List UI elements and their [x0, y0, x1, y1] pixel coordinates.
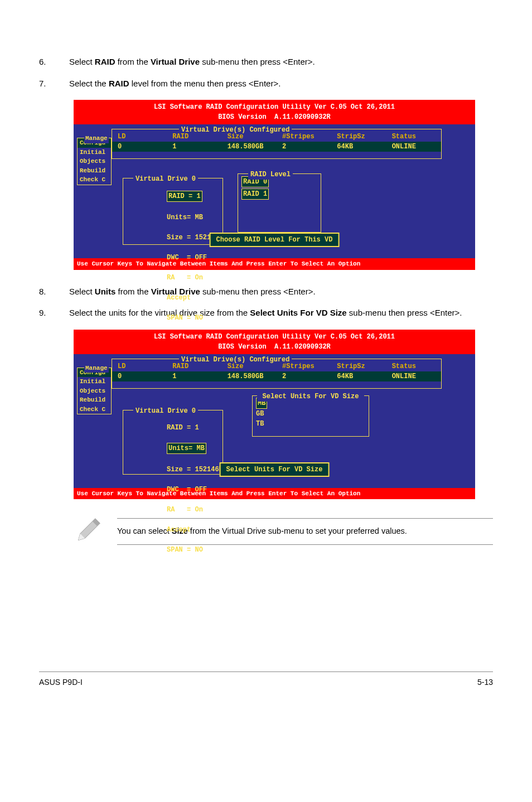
- col-stripes: #Stripes: [277, 361, 331, 371]
- step-number: 8.: [39, 286, 69, 298]
- cell-stripsz: 64KB: [331, 142, 386, 152]
- vdrive-raid-field[interactable]: RAID = 1: [167, 191, 202, 202]
- units-title: Select Units For VD Size: [257, 392, 364, 402]
- menu-item-objects[interactable]: Objects: [78, 386, 111, 396]
- vdrive-dwc-field[interactable]: DWC = OFF: [167, 486, 207, 494]
- step-number: 9.: [39, 307, 69, 320]
- vdrive-units-field[interactable]: Units= MB: [167, 443, 206, 454]
- bios-message: Select Units For VD Size: [220, 462, 330, 477]
- unit-gb-option[interactable]: GB: [256, 410, 264, 418]
- bios-side-menu[interactable]: Manage Configu Initial Objects Rebuild C…: [77, 138, 112, 185]
- cell-size: 148.580GB: [222, 142, 277, 152]
- table-headers: LD RAID Size #Stripes StripSz Status: [112, 132, 441, 142]
- col-size: Size: [222, 132, 277, 142]
- units-popup[interactable]: Select Units For VD Size MB GB TB: [252, 395, 369, 437]
- virtual-drive-panel[interactable]: Virtual Drive 0 RAID = 1 Units= MB Size …: [123, 178, 223, 245]
- table-row[interactable]: 0 1 148.580GB 2 64KB ONLINE: [112, 371, 441, 381]
- vdrive-size-field[interactable]: Size = 152146MB: [167, 466, 227, 474]
- virtual-drive-title: Virtual Drive 0: [133, 174, 198, 184]
- step-6: 6. Select RAID from the Virtual Drive su…: [39, 56, 493, 69]
- raid-level-popup[interactable]: RAID Level RAID 0 RAID 1: [238, 173, 321, 233]
- vdrive-ra-field[interactable]: RA = On: [167, 274, 203, 282]
- col-ld: LD: [112, 132, 167, 142]
- virtual-drive-panel[interactable]: Virtual Drive 0 RAID = 1 Units= MB Size …: [123, 410, 223, 475]
- cell-status: ONLINE: [386, 142, 441, 152]
- instruction-list-2: 8. Select Units from the Virtual Drive s…: [39, 286, 493, 320]
- menu-item-rebuild[interactable]: Rebuild: [78, 166, 111, 176]
- vdrive-raid-field[interactable]: RAID = 1: [167, 424, 199, 432]
- raid-level-title: RAID Level: [248, 170, 293, 180]
- col-raid: RAID: [167, 132, 221, 142]
- cell-status: ONLINE: [386, 371, 441, 381]
- cell-ld: 0: [112, 371, 167, 381]
- cell-stripes: 2: [277, 371, 331, 381]
- vdrive-accept-field[interactable]: Accept: [167, 526, 191, 534]
- col-raid: RAID: [167, 361, 221, 371]
- table-row[interactable]: 0 1 148.580GB 2 64KB ONLINE: [112, 142, 441, 152]
- virtual-drives-configured-box: Virtual Drive(s) Configured LD RAID Size…: [112, 129, 442, 159]
- step-number: 7.: [39, 78, 69, 90]
- vdrive-span-field[interactable]: SPAN = NO: [167, 546, 203, 554]
- page-footer: ASUS P9D-I 5-13: [39, 671, 493, 688]
- col-stripes: #Stripes: [277, 132, 331, 142]
- instruction-list: 6. Select RAID from the Virtual Drive su…: [39, 56, 493, 90]
- cell-raid: 1: [167, 371, 221, 381]
- cell-raid: 1: [167, 142, 221, 152]
- cell-size: 148.580GB: [222, 371, 277, 381]
- virtual-drives-configured-box: Virtual Drive(s) Configured LD RAID Size…: [112, 359, 442, 389]
- bios-screenshot-2: LSI Software RAID Configuration Utility …: [74, 330, 493, 500]
- step-8: 8. Select Units from the Virtual Drive s…: [39, 286, 493, 298]
- footer-right: 5-13: [477, 677, 493, 688]
- table-headers: LD RAID Size #Stripes StripSz Status: [112, 361, 441, 371]
- menu-item-check[interactable]: Check C: [78, 405, 111, 414]
- col-stripsz: StripSz: [331, 132, 386, 142]
- virtual-drive-title: Virtual Drive 0: [133, 406, 198, 416]
- side-menu-label: Manage: [84, 134, 109, 143]
- vdrive-dwc-field[interactable]: DWC = OFF: [167, 254, 207, 262]
- cell-stripsz: 64KB: [331, 371, 386, 381]
- vdrive-accept-field[interactable]: Accept: [167, 294, 191, 302]
- menu-item-rebuild[interactable]: Rebuild: [78, 395, 111, 405]
- col-size: Size: [222, 361, 277, 371]
- vdrive-span-field[interactable]: SPAN = NO: [167, 314, 203, 322]
- cell-ld: 0: [112, 142, 167, 152]
- step-9: 9. Select the units for the virtual driv…: [39, 307, 493, 320]
- side-menu-label: Manage: [84, 364, 109, 373]
- pencil-icon: [74, 515, 104, 549]
- footer-left: ASUS P9D-I: [39, 677, 83, 688]
- step-text: Select RAID from the Virtual Drive sub-m…: [69, 56, 493, 69]
- raid-1-option[interactable]: RAID 1: [241, 189, 269, 200]
- col-status: Status: [386, 361, 441, 371]
- menu-item-objects[interactable]: Objects: [78, 157, 111, 166]
- vdrive-ra-field[interactable]: RA = On: [167, 506, 203, 514]
- menu-item-check[interactable]: Check C: [78, 175, 111, 185]
- bios-message: Choose RAID Level For This VD: [210, 233, 340, 247]
- bios-header: LSI Software RAID Configuration Utility …: [74, 100, 475, 124]
- menu-item-initial[interactable]: Initial: [78, 148, 111, 157]
- col-ld: LD: [112, 361, 167, 371]
- col-status: Status: [386, 132, 441, 142]
- menu-item-initial[interactable]: Initial: [78, 377, 111, 386]
- unit-tb-option[interactable]: TB: [256, 420, 264, 428]
- step-7: 7. Select the RAID level from the menu t…: [39, 78, 493, 90]
- vdrive-units-field[interactable]: Units= MB: [167, 214, 203, 221]
- cell-stripes: 2: [277, 142, 331, 152]
- bios-screenshot-1: LSI Software RAID Configuration Utility …: [74, 100, 493, 270]
- col-stripsz: StripSz: [331, 361, 386, 371]
- step-text: Select the RAID level from the menu then…: [69, 78, 493, 90]
- bios-side-menu[interactable]: Manage Configu Initial Objects Rebuild C…: [77, 368, 112, 415]
- step-number: 6.: [39, 56, 69, 69]
